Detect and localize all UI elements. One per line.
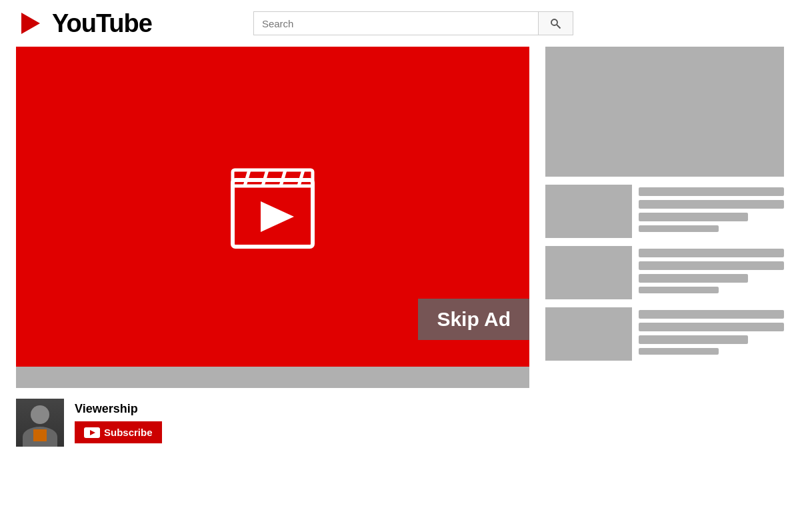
skip-ad-button[interactable]: Skip Ad <box>418 299 529 340</box>
search-button[interactable] <box>539 11 573 35</box>
right-column <box>545 47 784 532</box>
related-meta <box>639 246 784 293</box>
svg-line-8 <box>281 170 285 186</box>
film-clapperboard-icon <box>219 153 326 260</box>
related-title-line-3 <box>639 274 748 283</box>
related-title-line-3 <box>639 213 748 221</box>
svg-line-7 <box>263 170 267 186</box>
related-sub-bar <box>639 287 719 293</box>
subscribe-button[interactable]: Subscribe <box>75 421 162 443</box>
related-title-line-2 <box>639 323 784 331</box>
related-videos <box>545 185 784 361</box>
channel-avatar <box>16 399 64 447</box>
header: YouTube <box>0 0 800 47</box>
channel-info: Viewership Subscribe <box>16 388 529 447</box>
related-title-line-1 <box>639 187 784 196</box>
top-ad-banner <box>545 47 784 177</box>
related-title-line-2 <box>639 261 784 270</box>
related-thumbnail[interactable] <box>545 246 632 299</box>
channel-details: Viewership Subscribe <box>75 402 162 443</box>
related-title-line-2 <box>639 200 784 209</box>
related-item <box>545 185 784 238</box>
video-progress-bar[interactable] <box>16 367 529 388</box>
search-icon <box>549 17 561 29</box>
search-bar <box>253 11 573 35</box>
related-item <box>545 246 784 299</box>
related-thumbnail[interactable] <box>545 185 632 238</box>
youtube-logo-icon <box>16 9 45 38</box>
svg-line-3 <box>557 25 561 28</box>
left-column: Skip Ad Viewership Subscri <box>16 47 529 532</box>
related-sub-bar <box>639 348 719 355</box>
search-input[interactable] <box>253 11 539 35</box>
related-meta <box>639 307 784 355</box>
avatar-suit <box>33 429 47 441</box>
related-sub-bar <box>639 225 719 232</box>
svg-line-6 <box>245 170 249 186</box>
subscribe-label: Subscribe <box>104 427 153 438</box>
related-item <box>545 307 784 361</box>
logo-area: YouTube <box>16 9 152 38</box>
avatar-head <box>31 405 49 424</box>
main-content: Skip Ad Viewership Subscri <box>0 47 800 532</box>
related-title-line-1 <box>639 249 784 257</box>
related-meta <box>639 185 784 232</box>
svg-point-2 <box>551 19 557 25</box>
video-player[interactable]: Skip Ad <box>16 47 529 367</box>
avatar-figure <box>16 399 64 447</box>
logo-text: YouTube <box>52 9 152 38</box>
channel-name: Viewership <box>75 402 162 416</box>
related-title-line-1 <box>639 310 784 319</box>
related-thumbnail[interactable] <box>545 307 632 361</box>
svg-line-9 <box>299 170 303 186</box>
subscribe-youtube-icon <box>84 427 100 438</box>
related-title-line-3 <box>639 335 748 344</box>
svg-marker-10 <box>261 201 294 232</box>
